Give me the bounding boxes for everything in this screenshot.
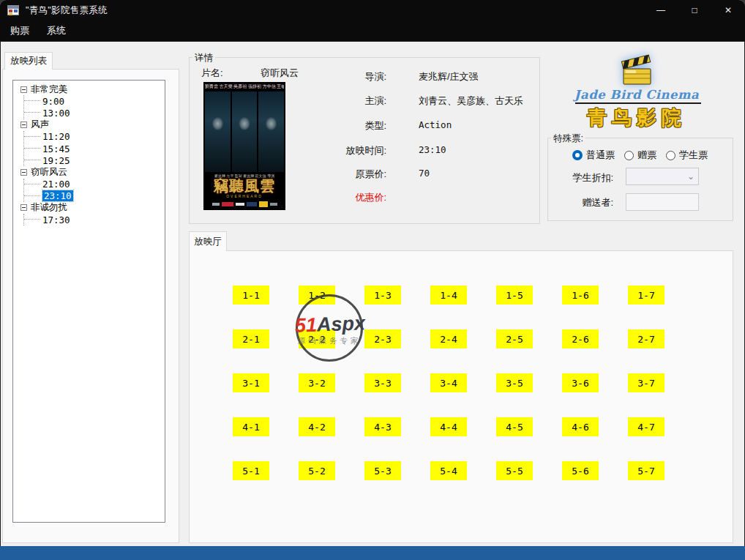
clapperboard-icon — [618, 54, 655, 91]
tree-movie-node[interactable]: 窃听风云 — [20, 166, 163, 178]
title-bar: "青鸟"影院售票系统 — □ ✕ — [0, 0, 745, 20]
tree-movie-node[interactable]: 风声 — [20, 119, 163, 131]
seat-button[interactable]: 5-2 — [299, 461, 335, 480]
seat-button[interactable]: 1-6 — [562, 285, 599, 305]
seat-button[interactable]: 2-6 — [562, 329, 599, 348]
poster-artwork — [205, 92, 284, 172]
student-discount-input[interactable] — [626, 168, 684, 185]
screening-tree[interactable]: 非常完美9:0013:00风声11:2015:4519:25窃听风云21:002… — [12, 80, 165, 523]
radio-selected-icon[interactable] — [572, 150, 583, 160]
seat-button[interactable]: 3-6 — [562, 373, 599, 392]
seat-button[interactable]: 1-4 — [430, 285, 467, 305]
seat-button[interactable]: 4-4 — [430, 417, 467, 436]
movie-title[interactable]: 非常完美 — [31, 83, 67, 96]
ticket-type-option[interactable]: 学生票 — [666, 149, 708, 162]
seat-button[interactable]: 3-2 — [299, 373, 335, 392]
seat-button[interactable]: 4-1 — [233, 417, 269, 436]
movie-times: 21:0023:10 — [23, 179, 163, 202]
tab-screening-hall[interactable]: 放映厅 — [189, 231, 227, 251]
radio-icon[interactable] — [666, 151, 675, 160]
collapse-icon[interactable] — [20, 122, 27, 128]
seat-button[interactable]: 1-7 — [628, 285, 664, 305]
giver-textbox[interactable] — [626, 193, 699, 211]
minimize-button[interactable]: — — [644, 0, 678, 20]
detail-field-label: 类型: — [291, 119, 386, 132]
seat-button[interactable]: 5-4 — [430, 461, 467, 480]
seat-button[interactable]: 3-5 — [496, 373, 533, 392]
seat-button[interactable]: 2-4 — [430, 329, 467, 348]
tab-screening-list[interactable]: 放映列表 — [4, 52, 53, 70]
menu-item-system[interactable]: 系统 — [40, 22, 73, 40]
seat-button[interactable]: 4-2 — [299, 417, 335, 436]
screening-time[interactable]: 23:10 — [42, 190, 73, 201]
seat-button[interactable]: 4-7 — [628, 417, 664, 436]
seat-button[interactable]: 5-7 — [628, 461, 664, 480]
poster-distributor-logos — [205, 200, 284, 209]
ticket-type-option[interactable]: 普通票 — [572, 149, 615, 162]
screening-time[interactable]: 13:00 — [42, 108, 70, 119]
radio-icon[interactable] — [624, 151, 634, 160]
seat-button[interactable]: 4-5 — [496, 417, 533, 436]
seat-button[interactable]: 5-1 — [233, 461, 269, 480]
student-discount-combobox[interactable]: ⌄ — [626, 168, 699, 185]
screening-time[interactable]: 21:00 — [42, 179, 70, 190]
detail-field-label: 优惠价: — [291, 191, 386, 204]
seat-button[interactable]: 5-3 — [364, 461, 401, 480]
seat-button[interactable]: 2-3 — [364, 329, 401, 348]
screening-time[interactable]: 15:45 — [42, 143, 70, 154]
close-button[interactable]: ✕ — [711, 0, 745, 20]
seat-button[interactable]: 2-5 — [496, 329, 533, 348]
seat-button[interactable]: 1-2 — [299, 285, 335, 305]
seat-button[interactable]: 2-7 — [628, 329, 664, 348]
seat-button[interactable]: 3-3 — [364, 373, 401, 392]
window-title: "青鸟"影院售票系统 — [26, 4, 108, 17]
tree-time-node[interactable]: 11:20 — [24, 131, 163, 143]
movie-times: 9:0013:00 — [23, 95, 163, 119]
tree-time-node[interactable]: 15:45 — [24, 143, 163, 154]
details-group-label: 详情 — [192, 52, 215, 64]
collapse-icon[interactable] — [20, 86, 27, 93]
movie-title[interactable]: 窃听风云 — [31, 166, 67, 179]
seat-button[interactable]: 4-3 — [364, 417, 401, 436]
screening-time[interactable]: 19:25 — [42, 155, 70, 166]
collapse-icon[interactable] — [20, 204, 27, 211]
seat-button[interactable]: 3-7 — [628, 373, 664, 392]
chevron-down-icon[interactable]: ⌄ — [684, 168, 698, 184]
tree-movie-node[interactable]: 非常完美 — [20, 83, 163, 95]
screening-time[interactable]: 11:20 — [42, 131, 70, 142]
movie-title[interactable]: 风声 — [31, 119, 49, 131]
tree-time-node[interactable]: 21:00 — [24, 179, 163, 190]
detail-field-value: 刘青云、吴彦族、古天乐 — [419, 94, 523, 108]
movie-poster: 劉青雲 古天樂 吳彥祖 張靜初 方中信 王敏德 陳偉霆 麥兆輝 方平 監製 麥兆… — [203, 82, 285, 210]
tree-movie-node[interactable]: 非诚勿扰 — [20, 202, 163, 214]
tree-time-node[interactable]: 17:30 — [24, 214, 163, 225]
brand-english-name: Jade Bird Cinema — [571, 88, 703, 102]
giver-input[interactable] — [626, 194, 698, 210]
seat-button[interactable]: 2-2 — [299, 329, 335, 348]
tree-time-node[interactable]: 9:00 — [24, 95, 163, 107]
screening-time[interactable]: 17:30 — [42, 214, 70, 225]
tree-time-node[interactable]: 23:10 — [24, 190, 163, 202]
ticket-type-radio-group: 普通票赠票学生票 — [572, 149, 708, 162]
seat-button[interactable]: 2-1 — [233, 329, 269, 348]
seat-button[interactable]: 1-1 — [233, 285, 269, 305]
tree-time-node[interactable]: 19:25 — [24, 154, 163, 166]
detail-field-label: 原票价: — [291, 168, 386, 181]
seat-button[interactable]: 3-1 — [233, 373, 269, 392]
poster-title: 竊聽風雲 — [205, 178, 284, 194]
seat-button[interactable]: 5-5 — [496, 461, 533, 480]
student-discount-label: 学生折扣: — [553, 171, 613, 184]
seat-button[interactable]: 1-5 — [496, 285, 533, 305]
maximize-button[interactable]: □ — [678, 0, 711, 20]
screening-time[interactable]: 9:00 — [42, 96, 64, 107]
ticket-type-option[interactable]: 赠票 — [624, 149, 656, 162]
detail-field-value: Action — [419, 119, 452, 130]
seat-button[interactable]: 5-6 — [562, 461, 599, 480]
tree-time-node[interactable]: 13:00 — [24, 107, 163, 119]
seat-button[interactable]: 1-3 — [364, 285, 401, 305]
movie-title[interactable]: 非诚勿扰 — [31, 201, 67, 214]
menu-item-buy-ticket[interactable]: 购票 — [3, 22, 37, 40]
collapse-icon[interactable] — [20, 169, 27, 176]
seat-button[interactable]: 4-6 — [562, 417, 599, 436]
seat-button[interactable]: 3-4 — [430, 373, 467, 392]
